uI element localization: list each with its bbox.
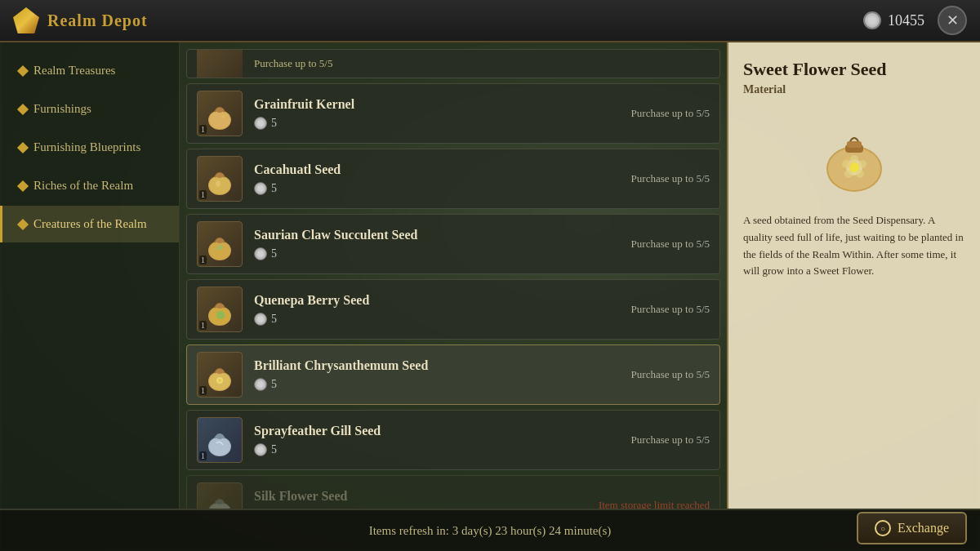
- coin-icon: [254, 443, 267, 456]
- sidebar-item-creatures-of-the-realm[interactable]: Creatures of the Realm: [0, 206, 179, 242]
- svg-point-22: [216, 434, 224, 439]
- item-icon-quenepa-berry-seed: 1: [197, 287, 243, 332]
- partial-item: Purchase up to 5/5: [186, 49, 720, 78]
- svg-point-19: [218, 379, 221, 382]
- diamond-icon: [17, 180, 29, 191]
- item-name: Grainfruit Kernel: [254, 97, 615, 112]
- sidebar-item-furnishing-blueprints[interactable]: Furnishing Blueprints: [0, 129, 179, 166]
- item-icon-sprayfeather-gill-seed: 1: [197, 417, 243, 463]
- item-name: Sprayfeather Gill Seed: [254, 424, 615, 438]
- sidebar-item-riches-of-the-realm[interactable]: Riches of the Realm: [0, 167, 179, 204]
- item-count: 1: [199, 190, 207, 199]
- sidebar: Realm Treasures Furnishings Furnishing B…: [0, 42, 180, 509]
- cost-amount: 5: [271, 182, 277, 195]
- close-button[interactable]: ✕: [938, 6, 967, 35]
- storage-limit-text: Item storage limit reached: [582, 499, 710, 509]
- item-details-cacahuatl-seed: Cacahuatl Seed 5: [254, 162, 615, 195]
- item-name: Quenepa Berry Seed: [254, 293, 615, 308]
- sidebar-item-label: Furnishing Blueprints: [33, 140, 140, 154]
- cost-amount: 5: [271, 247, 277, 260]
- purchase-limit: Purchase up to 5/5: [615, 303, 710, 316]
- coin-icon: [254, 378, 267, 391]
- shop-item-grainfruit-kernel[interactable]: 1 Grainfruit Kernel 5 Purchase up to 5/5: [186, 83, 720, 144]
- svg-point-17: [216, 369, 224, 374]
- cost-amount: 5: [271, 313, 277, 326]
- shop-list: Purchase up to 5/5 1 Grainfruit Kernel: [180, 42, 727, 509]
- item-cost: 5: [254, 378, 615, 391]
- currency-amount: 10455: [888, 12, 924, 29]
- shop-item-saurian-claw[interactable]: 1 Saurian Claw Succulent Seed 5 Purchase…: [186, 214, 720, 274]
- svg-point-6: [216, 173, 224, 178]
- coin-icon: [254, 313, 267, 326]
- exchange-button[interactable]: ○ Exchange: [857, 512, 967, 544]
- item-count: 1: [199, 386, 207, 395]
- exchange-icon: ○: [875, 520, 891, 536]
- shop-item-silk-flower-seed[interactable]: 1 Silk Flower Seed 5 Item storage limit …: [186, 475, 720, 509]
- sidebar-item-label: Creatures of the Realm: [33, 217, 147, 231]
- shop-item-sprayfeather-gill-seed[interactable]: 1 Sprayfeather Gill Seed 5 Purchase up t…: [186, 410, 720, 470]
- currency-icon: [863, 11, 881, 29]
- item-name: Brilliant Chrysanthemum Seed: [254, 358, 615, 373]
- svg-point-13: [216, 304, 224, 309]
- item-icon-saurian-claw: 1: [197, 221, 243, 267]
- svg-point-10: [216, 238, 224, 243]
- detail-image: [805, 109, 903, 199]
- item-details-quenepa-berry-seed: Quenepa Berry Seed 5: [254, 293, 615, 326]
- shop-item-quenepa-berry-seed[interactable]: 1 Quenepa Berry Seed 5 Purchase up to 5/…: [186, 279, 720, 340]
- item-count: 1: [199, 256, 207, 264]
- svg-point-38: [844, 157, 853, 168]
- svg-point-9: [209, 242, 230, 260]
- item-count: 1: [199, 451, 207, 460]
- purchase-limit: Purchase up to 5/5: [615, 238, 710, 251]
- svg-point-1: [209, 111, 230, 129]
- topbar-title: Realm Depot: [47, 11, 863, 30]
- svg-point-14: [216, 311, 225, 319]
- detail-description: A seed obtained from the Seed Dispensary…: [743, 212, 965, 280]
- topbar: Realm Depot 10455 ✕: [0, 0, 980, 42]
- purchase-limit: Purchase up to 5/5: [615, 107, 710, 120]
- main-container: Realm Depot 10455 ✕ Realm Treasures Furn…: [0, 0, 980, 551]
- detail-panel: Sweet Flower Seed Material: [727, 42, 980, 509]
- exchange-label: Exchange: [898, 521, 949, 535]
- coin-icon: [254, 247, 267, 260]
- cost-amount: 5: [271, 443, 277, 456]
- item-icon-cacahuatl-seed: 1: [197, 156, 243, 202]
- item-name: Saurian Claw Succulent Seed: [254, 228, 615, 242]
- purchase-limit: Purchase up to 5/5: [615, 172, 710, 185]
- item-count: 1: [199, 125, 207, 134]
- content-area: Realm Treasures Furnishings Furnishing B…: [0, 42, 980, 509]
- currency-display: 10455: [863, 11, 924, 29]
- diamond-icon: [17, 64, 29, 76]
- svg-point-34: [858, 160, 866, 168]
- item-name: Silk Flower Seed: [254, 489, 582, 504]
- refresh-text: Items refresh in: 3 day(s) 23 hour(s) 24…: [369, 524, 612, 538]
- sidebar-item-label: Realm Treasures: [33, 64, 115, 78]
- purchase-limit: Purchase up to 5/5: [615, 433, 710, 447]
- item-cost: 5: [254, 443, 615, 456]
- item-details-saurian-claw: Saurian Claw Succulent Seed 5: [254, 228, 615, 260]
- sidebar-item-realm-treasures[interactable]: Realm Treasures: [0, 52, 179, 89]
- cost-amount: 5: [271, 117, 277, 130]
- purchase-limit: Purchase up to 5/5: [615, 368, 710, 381]
- item-name: Cacahuatl Seed: [254, 162, 615, 177]
- sidebar-item-label: Furnishings: [33, 102, 91, 116]
- item-count: 1: [199, 321, 207, 330]
- item-cost: 5: [254, 247, 615, 260]
- diamond-icon: [17, 141, 29, 153]
- svg-point-3: [221, 115, 225, 118]
- shop-item-cacahuatl-seed[interactable]: 1 Cacahuatl Seed 5 Purchase up to 5/5: [186, 149, 720, 209]
- shop-item-brilliant-chrysanthemum-seed[interactable]: ➤ 1 Brilliant Chrysanthemum Seed: [186, 344, 720, 405]
- bottombar: Items refresh in: 3 day(s) 23 hour(s) 24…: [0, 509, 980, 551]
- realm-depot-logo: [13, 7, 39, 33]
- item-cost: 5: [254, 313, 615, 326]
- cost-amount: 5: [271, 378, 277, 391]
- sidebar-item-furnishings[interactable]: Furnishings: [0, 91, 179, 127]
- svg-rect-30: [847, 141, 862, 148]
- diamond-icon: [17, 218, 29, 229]
- item-icon-silk-flower-seed: 1: [197, 482, 243, 509]
- item-cost: 5: [254, 117, 615, 130]
- diamond-icon: [17, 103, 29, 114]
- item-details-brilliant-chrysanthemum-seed: Brilliant Chrysanthemum Seed 5: [254, 358, 615, 391]
- detail-subtitle: Material: [743, 83, 965, 96]
- sidebar-item-label: Riches of the Realm: [33, 179, 133, 193]
